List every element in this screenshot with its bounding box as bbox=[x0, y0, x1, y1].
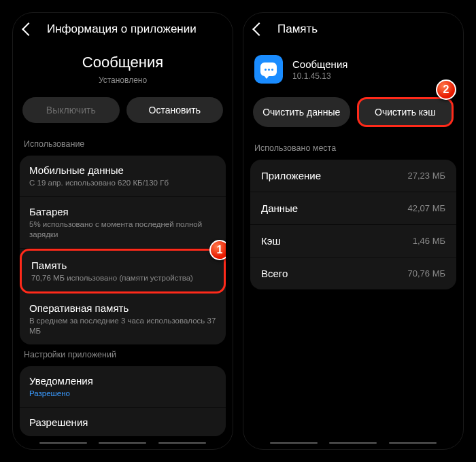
battery-title: Батарея bbox=[29, 206, 216, 217]
step-badge-1: 1 bbox=[209, 240, 226, 260]
section-usage-label: Использование bbox=[13, 134, 233, 156]
mobile-data-sub: С 19 апр. использовано 620 КБ/130 Гб bbox=[29, 178, 216, 188]
notifications-sub: Разрешено bbox=[29, 389, 216, 399]
clear-button-row: Очистить данные 2 Очистить кэш bbox=[243, 97, 463, 138]
header-title: Информация о приложении bbox=[47, 22, 197, 36]
step-badge-2: 2 bbox=[436, 79, 456, 100]
row-app-label: Приложение bbox=[261, 170, 321, 181]
row-total: Всего 70,76 МБ bbox=[250, 257, 456, 289]
nav-back-icon[interactable] bbox=[158, 442, 206, 444]
section-app-settings-label: Настройки приложений bbox=[13, 344, 233, 366]
clear-cache-button[interactable]: Очистить кэш bbox=[357, 97, 454, 127]
messages-app-icon bbox=[254, 55, 283, 84]
battery-item[interactable]: Батарея 5% использовано с момента послед… bbox=[20, 197, 226, 249]
phone-app-info: Информация о приложении Сообщения Устано… bbox=[12, 12, 233, 450]
nav-recent-icon[interactable] bbox=[270, 442, 318, 444]
row-data: Данные 42,07 МБ bbox=[250, 192, 456, 225]
app-name: Сообщения bbox=[292, 58, 347, 70]
mobile-data-title: Мобильные данные bbox=[29, 164, 216, 176]
phone-storage: Память Сообщения 10.1.45.13 Очистить дан… bbox=[243, 12, 464, 450]
app-status: Установлено bbox=[13, 75, 233, 85]
battery-sub: 5% использовано с момента последней полн… bbox=[29, 219, 216, 240]
app-title: Сообщения bbox=[13, 54, 233, 71]
storage-item[interactable]: Память 70,76 МБ использовано (памяти уст… bbox=[20, 249, 226, 294]
row-cache-label: Кэш bbox=[261, 235, 280, 247]
speech-bubble-icon bbox=[260, 63, 277, 76]
notifications-title: Уведомления bbox=[29, 375, 216, 387]
row-app: Приложение 27,23 МБ bbox=[250, 160, 456, 192]
nav-recent-icon[interactable] bbox=[39, 442, 87, 444]
nav-home-icon[interactable] bbox=[329, 442, 377, 444]
usage-list: Мобильные данные С 19 апр. использовано … bbox=[20, 156, 226, 344]
section-space-label: Использовано места bbox=[243, 138, 463, 160]
back-icon[interactable] bbox=[22, 22, 35, 36]
permissions-title: Разрешения bbox=[29, 416, 216, 428]
row-total-value: 70,76 МБ bbox=[407, 268, 445, 279]
row-cache: Кэш 1,46 МБ bbox=[250, 225, 456, 257]
mobile-data-item[interactable]: Мобильные данные С 19 апр. использовано … bbox=[20, 156, 226, 197]
header: Информация о приложении bbox=[13, 13, 233, 43]
notifications-item[interactable]: Уведомления Разрешено bbox=[20, 366, 226, 408]
storage-sub: 70,76 МБ использовано (памяти устройства… bbox=[31, 273, 214, 283]
nav-bar bbox=[243, 442, 463, 444]
space-list: Приложение 27,23 МБ Данные 42,07 МБ Кэш … bbox=[250, 160, 456, 289]
app-title-block: Сообщения Установлено bbox=[13, 43, 233, 97]
app-version: 10.1.45.13 bbox=[292, 71, 347, 81]
row-data-value: 42,07 МБ bbox=[407, 203, 445, 213]
back-icon[interactable] bbox=[252, 22, 266, 36]
ram-title: Оперативная память bbox=[29, 302, 216, 314]
row-cache-value: 1,46 МБ bbox=[413, 236, 445, 246]
nav-back-icon[interactable] bbox=[389, 442, 437, 444]
permissions-item[interactable]: Разрешения bbox=[20, 408, 226, 436]
header: Память bbox=[243, 13, 463, 43]
disable-button[interactable]: Выключить bbox=[22, 97, 120, 123]
nav-bar bbox=[13, 442, 233, 444]
row-data-label: Данные bbox=[261, 202, 298, 214]
app-row: Сообщения 10.1.45.13 bbox=[243, 43, 463, 97]
storage-title: Память bbox=[31, 260, 214, 271]
clear-data-button[interactable]: Очистить данные bbox=[253, 97, 350, 127]
row-app-value: 27,23 МБ bbox=[407, 171, 445, 181]
nav-home-icon[interactable] bbox=[99, 442, 146, 444]
action-button-row: Выключить Остановить bbox=[13, 97, 233, 134]
app-settings-list: Уведомления Разрешено Разрешения bbox=[20, 366, 226, 436]
force-stop-button[interactable]: Остановить bbox=[126, 97, 224, 123]
ram-item[interactable]: Оперативная память В среднем за последни… bbox=[20, 294, 226, 344]
app-info: Сообщения 10.1.45.13 bbox=[292, 58, 347, 81]
ram-sub: В среднем за последние 3 часа использова… bbox=[29, 316, 216, 336]
row-total-label: Всего bbox=[261, 268, 288, 279]
header-title: Память bbox=[277, 22, 318, 36]
